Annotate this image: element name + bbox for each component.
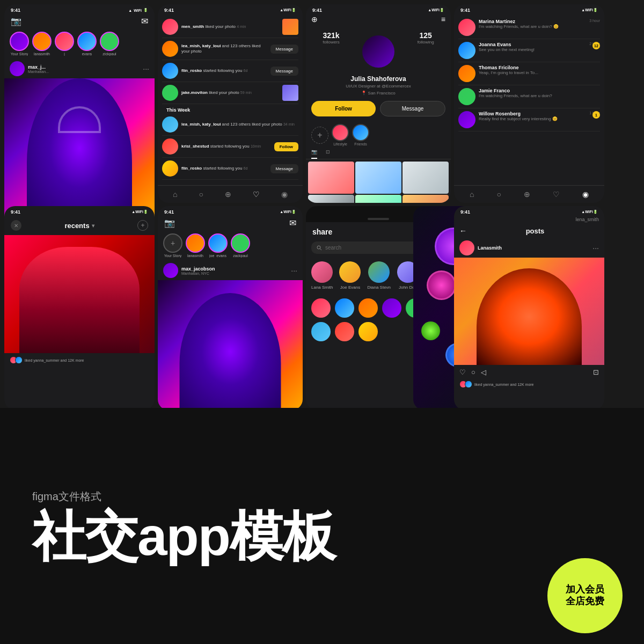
- search-nav-4[interactable]: ○: [496, 190, 501, 199]
- phone5-post-dots[interactable]: ···: [291, 266, 297, 275]
- msg-thomas[interactable]: Thomas Fricilone Yeap, I'm going to trav…: [458, 62, 600, 85]
- promo-line2: 全店免费: [566, 596, 604, 608]
- msg-willow[interactable]: Willow Rosenberg Really find the subject…: [458, 108, 600, 131]
- stat-followers-label: followers: [323, 40, 340, 45]
- story5-zack-label: zackpaul: [233, 254, 248, 258]
- tab-saved[interactable]: ⊡: [326, 146, 330, 159]
- profile-message-button[interactable]: Message: [380, 101, 445, 116]
- posts-bookmark-icon[interactable]: ⊡: [593, 368, 599, 376]
- person-silhouette: [27, 78, 132, 218]
- msg-name-joanna: Joanna Evans: [479, 42, 586, 47]
- heart-nav-4[interactable]: ♡: [553, 190, 560, 199]
- notif-item-4: jake.moviton liked your photo 59 min: [162, 82, 298, 104]
- message-icon[interactable]: ✉: [141, 16, 148, 26]
- bottom-main-title: 社交app模板: [32, 509, 612, 563]
- share-contact-diana[interactable]: Diana Stevn: [367, 261, 391, 290]
- message-icon-5[interactable]: ✉: [289, 218, 296, 228]
- msg-marina[interactable]: Marina Martinez I'm watching Friends, wh…: [458, 16, 600, 39]
- msg-jamie[interactable]: Jamie Franco I'm watching Friends, what …: [458, 85, 600, 108]
- profile-nav-4[interactable]: ◉: [582, 190, 589, 199]
- story5-lana-circle: [186, 233, 205, 253]
- recents-title-text: recents: [64, 222, 89, 230]
- more-avatar-1: [311, 298, 331, 318]
- close-button[interactable]: ✕: [11, 220, 21, 231]
- story-your[interactable]: Your Story: [10, 32, 29, 56]
- msg-avatar-willow: [458, 111, 475, 128]
- posts-comment-icon[interactable]: ○: [471, 368, 475, 376]
- more-avatar-2: [335, 298, 354, 318]
- notif-avatar-7: [162, 160, 178, 177]
- highlight-label-1: Lifestyle: [333, 142, 347, 146]
- grid-photo-2: [355, 162, 401, 194]
- phone4-status-icons: ▲WiFi🔋: [581, 8, 598, 12]
- story-evans[interactable]: evans: [77, 32, 97, 56]
- follow-button[interactable]: Follow: [274, 142, 298, 151]
- profile-tabs: 📷 ⊡: [306, 146, 451, 159]
- bottom-subtitle: figma文件格式: [32, 489, 612, 504]
- add-highlight-btn[interactable]: +: [311, 127, 328, 144]
- posts-menu-dots[interactable]: ···: [592, 244, 599, 252]
- msg-name-willow: Willow Rosenberg: [479, 111, 586, 116]
- share-contact-joe[interactable]: Joe Evans: [339, 261, 361, 290]
- share-avatar-joe: [339, 261, 361, 283]
- msg-content-joanna: Joanna Evans See you on the next meeting…: [479, 42, 586, 53]
- back-button[interactable]: ←: [459, 226, 467, 235]
- share-contact-lana[interactable]: Lana Smith: [311, 261, 333, 290]
- phone1-time: 9:41: [11, 8, 20, 13]
- post-main-image: [4, 78, 155, 218]
- notif-text-3: flin_rosko started following you 6d: [181, 68, 267, 74]
- home-nav-2[interactable]: ⌂: [173, 190, 177, 199]
- heart-nav-2[interactable]: ♡: [253, 190, 260, 199]
- message-button-2[interactable]: Message: [270, 45, 298, 54]
- message-button-7[interactable]: Message: [270, 164, 298, 173]
- add-nav-2[interactable]: ⊕: [225, 190, 231, 199]
- camera-icon-5[interactable]: 📷: [164, 218, 175, 228]
- profile-nav-2[interactable]: ◉: [281, 190, 288, 199]
- story-lana[interactable]: lanasmith: [32, 32, 52, 56]
- notif-text-1: men_smith liked your photo 4 min: [181, 24, 279, 30]
- search-nav-2[interactable]: ○: [199, 190, 203, 199]
- story5-zack[interactable]: zackpaul: [231, 233, 250, 258]
- story-zick[interactable]: zickpaul: [100, 32, 119, 56]
- highlight-circle-2: [352, 124, 369, 141]
- posts-liked-by: liked yanna_summer and 12K more: [454, 379, 604, 389]
- share-avatar-lana: [311, 261, 333, 283]
- add-nav-4[interactable]: ⊕: [524, 190, 530, 199]
- phone5-time: 9:41: [164, 209, 174, 215]
- phone9-time: 9:41: [460, 209, 470, 215]
- posts-heart-icon[interactable]: ♡: [459, 368, 466, 376]
- message-button-3[interactable]: Message: [270, 67, 298, 76]
- story5-your[interactable]: + Your Story: [163, 233, 182, 258]
- tab-photos[interactable]: 📷: [311, 146, 317, 159]
- home-nav-4[interactable]: ⌂: [470, 190, 474, 199]
- grid-photo-6: [402, 195, 449, 203]
- location-icon: 📍: [361, 91, 367, 96]
- story5-joe[interactable]: joe_evans: [208, 233, 228, 258]
- add-recents-btn[interactable]: +: [137, 220, 148, 231]
- plus-icon[interactable]: ⊕: [311, 15, 318, 24]
- posts-share-icon[interactable]: ◁: [481, 368, 486, 376]
- recents-liked-av-2: [15, 356, 23, 364]
- recents-liked-avatars: [10, 356, 23, 364]
- phone9-username-text: lena_smith: [575, 217, 599, 222]
- profile-follow-button[interactable]: Follow: [311, 101, 376, 116]
- share-name-diana: Diana Stevn: [367, 285, 391, 290]
- msg-joanna[interactable]: Joanna Evans See you on the next meeting…: [458, 39, 600, 62]
- recents-liked-by: liked yanna_summer and 12K more: [4, 353, 155, 367]
- post-menu-dots[interactable]: ···: [143, 64, 149, 73]
- highlight-circle-1: [332, 124, 349, 141]
- msg-content-jamie: Jamie Franco I'm watching Friends, what …: [479, 88, 600, 99]
- phone-notifications: 9:41 ▲WiFi🔋 men_smith liked your photo 4…: [158, 4, 303, 203]
- notif-avatar-4: [162, 85, 178, 101]
- phone2-nav: ⌂ ○ ⊕ ♡ ◉: [158, 185, 303, 203]
- phone-messages: 9:41 ▲WiFi🔋 Marina Martinez I'm watching…: [454, 4, 604, 203]
- story-j[interactable]: j: [55, 32, 74, 56]
- hamburger-icon[interactable]: ≡: [441, 15, 445, 24]
- posts-header: ← posts: [454, 223, 604, 238]
- j-story-label: j: [64, 52, 65, 56]
- story5-lana[interactable]: lanasmith: [186, 233, 205, 258]
- chevron-down-icon[interactable]: ▾: [92, 223, 94, 229]
- phone1-status-icons: ▲ WiFi 🔋: [128, 8, 148, 12]
- post-username: max_j...: [28, 64, 140, 70]
- camera-icon[interactable]: 📷: [11, 16, 21, 26]
